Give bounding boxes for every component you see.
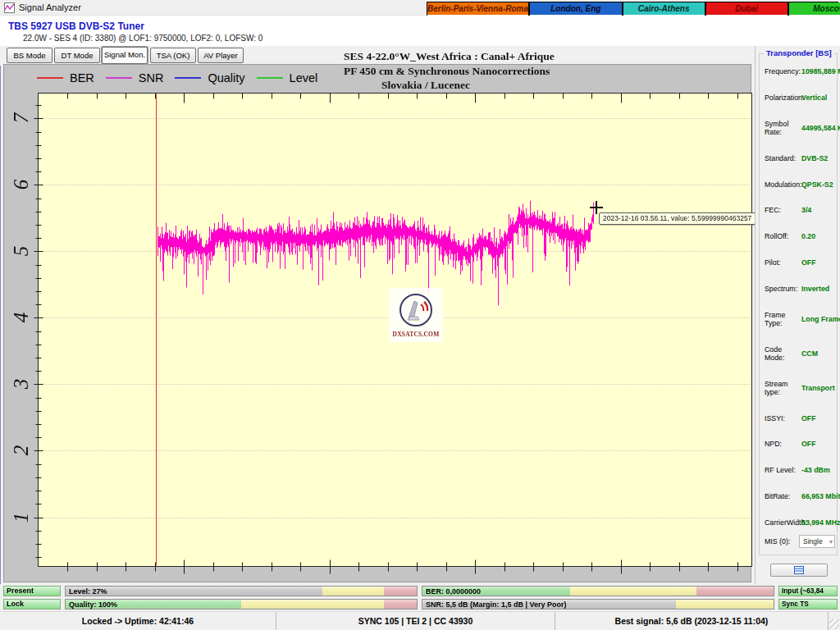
satellite-dish-icon bbox=[398, 293, 434, 331]
transponder-row: Spectrum:Inverted bbox=[765, 285, 835, 293]
transponder-row: RF Level:-43 dBm bbox=[765, 466, 835, 474]
status-sync-counters: SYNC 105 | TEI 2 | CC 43930 bbox=[276, 612, 555, 630]
level-meter: Level: 27% bbox=[65, 586, 418, 596]
transponder-row: Polarization:Vertical bbox=[765, 94, 835, 102]
input-rate-indicator: Input (~63,84 Mbps) bbox=[778, 586, 838, 596]
clock-city-label: London, Eng bbox=[530, 2, 622, 15]
bar-row-2: Lock Quality: 100% SNR: 5,5 dB (Margin: … bbox=[0, 599, 840, 609]
field-label: RollOff: bbox=[765, 232, 801, 240]
field-label: ISSYI: bbox=[765, 414, 801, 422]
field-value: CCM bbox=[801, 349, 818, 358]
field-label: Polarization: bbox=[765, 94, 801, 102]
quality-line-swatch bbox=[175, 77, 201, 79]
ber-meter-label: BER: 0,0000000 bbox=[426, 587, 481, 596]
tab-dt-mode[interactable]: DT Mode bbox=[54, 48, 100, 63]
chart-title: SES 4-22.0°W_West Africa : Canal+ Afriqu… bbox=[344, 49, 688, 93]
field-label: Spectrum: bbox=[765, 285, 801, 293]
transponder-row: Code Mode:CCM bbox=[765, 345, 835, 362]
field-value: Vertical bbox=[801, 94, 827, 102]
bar-row-1: Present Level: 27% BER: 0,0000000 Input … bbox=[0, 586, 840, 596]
field-label: Stream type: bbox=[765, 380, 801, 396]
field-value: 0.20 bbox=[801, 232, 815, 240]
transponder-row: CarrierWidth:53,994 MHz bbox=[765, 518, 835, 527]
tab-bs-mode[interactable]: BS Mode bbox=[7, 48, 52, 63]
field-label: FEC: bbox=[765, 206, 801, 214]
field-value: 10985,889 MHz bbox=[801, 67, 840, 75]
tab-tsa[interactable]: TSA (OK) bbox=[150, 48, 196, 63]
transponder-groupbox-title: Transponder [BS] bbox=[764, 48, 834, 57]
legend-item-ber: BER bbox=[37, 71, 94, 84]
tab-av-player[interactable]: AV Player bbox=[198, 48, 244, 63]
field-label: CarrierWidth: bbox=[765, 518, 801, 527]
field-label: Modulation: bbox=[765, 180, 801, 189]
chart-title-line1: SES 4-22.0°W_West Africa : Canal+ Afriqu… bbox=[344, 49, 688, 64]
field-label: Code Mode: bbox=[765, 345, 801, 362]
legend-item-snr: SNR bbox=[106, 71, 164, 84]
chart-title-line2: PF 450 cm & Synchronous Nanocorrections bbox=[344, 64, 688, 79]
field-value: OFF bbox=[801, 440, 816, 448]
value-tooltip: 2023-12-16 03.56.11, value: 5,5999999046… bbox=[599, 212, 756, 225]
field-label: Pilot: bbox=[765, 258, 801, 267]
legend-label: Quality bbox=[208, 71, 244, 84]
transponder-row: Frame Type:Long Frame bbox=[765, 311, 835, 327]
chart-legend: BER SNR Quality Level bbox=[37, 70, 317, 86]
clock-city-label: Cairo-Athens bbox=[623, 2, 705, 15]
field-value: -43 dBm bbox=[801, 466, 830, 474]
transponder-row: Frequency:10985,889 MHz bbox=[765, 67, 835, 75]
signal-monitor-panel: SES 4-22.0°W_West Africa : Canal+ Afriqu… bbox=[3, 64, 751, 582]
snr-meter: SNR: 5,5 dB (Margin: 1,5 dB | Very Poor) bbox=[422, 599, 774, 609]
tab-signal-mon[interactable]: Signal Mon. bbox=[102, 47, 148, 64]
field-value: 66,953 Mbit/s bbox=[801, 492, 840, 500]
clock-city-label: Moscow bbox=[789, 2, 840, 15]
chart-title-line3: Slovakia / Lucenec bbox=[344, 78, 688, 93]
mis-label: MIS (0): bbox=[765, 537, 799, 546]
legend-label: BER bbox=[70, 71, 94, 84]
present-indicator: Present bbox=[3, 586, 61, 596]
chevron-down-icon: ▾ bbox=[829, 538, 833, 546]
mis-selected-value: Single bbox=[803, 537, 823, 546]
level-meter-label: Level: 27% bbox=[69, 587, 107, 596]
field-label: RF Level: bbox=[765, 466, 801, 474]
transponder-row: Symbol Rate:44995,584 KS/s bbox=[765, 120, 835, 136]
field-label: NPD: bbox=[765, 440, 801, 448]
status-lock-uptime: Locked -> Uptime: 42:41:46 bbox=[0, 612, 276, 630]
transponder-row: Pilot:OFF bbox=[765, 258, 835, 267]
field-label: Symbol Rate: bbox=[765, 120, 801, 136]
signal-status-bars: Present Level: 27% BER: 0,0000000 Input … bbox=[0, 584, 840, 611]
transponder-row: RollOff:0.20 bbox=[765, 232, 835, 240]
y-axis-tick-label: 4 bbox=[9, 305, 34, 330]
window-title: Signal Analyzer bbox=[19, 2, 81, 12]
transponder-row: Modulation:QPSK-S2 bbox=[765, 180, 835, 189]
field-label: Frequency: bbox=[765, 67, 801, 75]
field-value: OFF bbox=[801, 258, 816, 267]
transponder-row: BitRate:66,953 Mbit/s bbox=[765, 492, 835, 500]
field-value: 44995,584 KS/s bbox=[801, 124, 840, 132]
transponder-row: ISSYI:OFF bbox=[765, 414, 835, 422]
ber-meter: BER: 0,0000000 bbox=[422, 586, 774, 596]
transponder-row: NPD:OFF bbox=[765, 440, 835, 448]
y-axis-tick-label: 1 bbox=[9, 505, 34, 530]
sync-ts-indicator: Sync TS bbox=[778, 599, 838, 609]
tuner-name: TBS 5927 USB DVB-S2 Tuner bbox=[8, 21, 144, 32]
quality-meter-label: Quality: 100% bbox=[69, 600, 117, 609]
field-value: Inverted bbox=[801, 285, 829, 293]
resize-grip[interactable] bbox=[829, 619, 839, 629]
transponder-groupbox: Transponder [BS] Frequency:10985,889 MHz… bbox=[759, 53, 838, 555]
mis-dropdown[interactable]: Single ▾ bbox=[799, 535, 835, 548]
tuner-details: 22.0W - SES 4 (ID: 3380) @ LOF1: 9750000… bbox=[23, 34, 262, 43]
transponder-list-button[interactable] bbox=[770, 564, 828, 577]
watermark-text: DXSATCS.COM bbox=[393, 331, 440, 338]
status-bar: Locked -> Uptime: 42:41:46 SYNC 105 | TE… bbox=[0, 611, 840, 630]
y-axis-tick-label: 7 bbox=[9, 106, 34, 130]
field-value: DVB-S2 bbox=[801, 154, 828, 162]
y-axis-tick-label: 6 bbox=[9, 172, 34, 197]
y-axis-tick-label: 2 bbox=[9, 438, 34, 463]
field-value: QPSK-S2 bbox=[801, 180, 833, 189]
lock-indicator: Lock bbox=[3, 599, 61, 609]
field-label: BitRate: bbox=[765, 492, 801, 500]
dxsatcs-watermark: DXSATCS.COM bbox=[389, 288, 443, 342]
list-icon bbox=[794, 566, 804, 574]
transponder-panel: Transponder [BS] Frequency:10985,889 MHz… bbox=[755, 46, 840, 584]
transponder-row: FEC:3/4 bbox=[765, 206, 835, 214]
clock-city-label: Berlin-Paris-Vienna-Roma bbox=[427, 2, 528, 15]
